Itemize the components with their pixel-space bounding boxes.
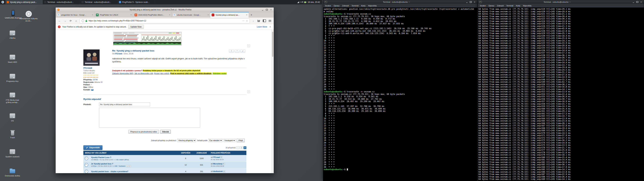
tab-close-icon[interactable]: × — [208, 14, 209, 16]
applications-menu-button[interactable] — [0, 0, 5, 4]
terminal-menu-item[interactable]: Nápověda — [523, 5, 531, 7]
signature-link[interactable]: Proč je nesmysl chtít router s velkým do… — [170, 72, 212, 74]
lastpost-author-link[interactable]: Microsheep — [213, 163, 222, 165]
lastpost-author-link[interactable]: desikosicek — [213, 170, 223, 172]
goto-lastpost-icon[interactable] — [223, 163, 225, 165]
reload-button[interactable]: ⟳ — [68, 19, 72, 23]
goto-lastpost-icon[interactable] — [224, 170, 226, 172]
learn-more-link[interactable]: Learn More — [257, 26, 267, 28]
url-bar[interactable]: i https://pc.help.cnews.cz/viewtopic.php… — [80, 18, 250, 23]
menu-hamburger-icon[interactable] — [268, 19, 272, 23]
tab-close-icon[interactable]: × — [130, 14, 132, 16]
signature-link[interactable]: Jak na diagnostiku sítě — [134, 72, 153, 74]
url-text[interactable]: https://pc.help.cnews.cz/viewtopic.php?f… — [88, 20, 241, 22]
desktop-icon[interactable]: OS — [2, 112, 22, 122]
close-icon[interactable]: × — [474, 1, 476, 3]
browser-tab[interactable]: PPingPlotter for LINUX× — [94, 12, 133, 18]
terminal-menu-item[interactable]: Nápověda — [368, 5, 376, 7]
post-author-link[interactable]: ITCrowd — [115, 52, 122, 55]
new-tab-button[interactable]: + — [249, 12, 254, 18]
browser-tab[interactable]: cVysoký ping a občasný pa...× — [210, 12, 249, 18]
browser-tab[interactable]: Gpingplotter for linux - Googl...× — [56, 12, 94, 18]
terminal-menu-item[interactable]: Zobrazit — [497, 5, 504, 7]
terminal1-output[interactable]: update-alternatives: používá /usr/sbin/t… — [323, 8, 477, 181]
maximize-icon[interactable] — [470, 1, 472, 3]
related-topic-row[interactable]: Je Vysoký packet loss ?od Eryx » 02 úno … — [83, 162, 246, 168]
taskbar-window-button[interactable]: Terminal - xubuntu@xubunt... — [80, 0, 118, 4]
desktop-icon[interactable]: Systém souborů — [2, 148, 22, 158]
topic-author-link[interactable]: Eryx — [93, 165, 96, 167]
back-button[interactable]: ← — [58, 19, 62, 23]
terminal2-titlebar[interactable]: Terminal - xubuntu@xubuntu: ~ × — [478, 0, 644, 4]
tab-close-icon[interactable]: × — [92, 14, 93, 16]
pagination-prev[interactable]: ‹ — [236, 146, 239, 149]
desktop-icon[interactable]: Záloha — [2, 30, 22, 40]
desktop-icon[interactable]: Trash — [2, 130, 22, 139]
post-tool-button[interactable]: ! — [229, 50, 234, 52]
topic-forum-link[interactable]: Sítě - hardware — [114, 165, 126, 167]
private-message-icon[interactable] — [91, 89, 94, 91]
related-topic-row[interactable]: Vysoký packet loss - chyba u providera?4… — [83, 168, 246, 173]
posts-count-link[interactable]: 15745 — [93, 78, 98, 80]
terminal-menu-item[interactable]: Terminál — [352, 5, 358, 7]
topic-link[interactable]: Je Vysoký packet loss ? — [91, 163, 113, 165]
terminal-menu-item[interactable]: Úpravy — [488, 5, 494, 7]
taskbar-window-button[interactable]: Vysoký ping a občasný pack... — [5, 0, 43, 4]
terminal-menu-item[interactable]: Karty — [361, 5, 366, 7]
close-icon[interactable]: × — [270, 8, 272, 11]
minimize-icon[interactable] — [632, 1, 634, 3]
topic-page-chip[interactable]: 1 — [126, 165, 128, 167]
notification-close-icon[interactable]: × — [269, 26, 272, 28]
library-icon[interactable] — [257, 19, 261, 23]
sort-field-select[interactable]: Čas odeslání — [208, 139, 222, 142]
scrollbar-thumb[interactable] — [272, 32, 273, 57]
submit-button[interactable]: Odeslat — [160, 130, 171, 134]
desktop-icon[interactable]: Domovská složka — [2, 168, 22, 177]
page-actions-icon[interactable]: ⋯ — [242, 20, 244, 22]
topic-link[interactable]: Vysoký Packet Loss ? — [91, 156, 111, 158]
post-title[interactable]: Re: Vysoký ping a občasný packet loss — [112, 50, 246, 52]
downloads-icon[interactable]: ↓ — [251, 19, 255, 23]
topic-link[interactable]: Vysoký packet loss - chyba u providera? — [91, 170, 128, 172]
avatar[interactable] — [83, 50, 100, 66]
pingplotter-graph-image[interactable] — [113, 32, 182, 46]
terminal2-output[interactable]: 64 bytes from www.seznam.cz (77.75.79.53… — [478, 8, 644, 181]
terminal-menu-item[interactable]: Úpravy — [334, 5, 340, 7]
battery-icon[interactable] — [304, 1, 306, 3]
subject-input[interactable] — [99, 102, 150, 106]
terminal-menu-item[interactable]: Karty — [516, 5, 520, 7]
browser-tab[interactable]: Gubuntu traceroute - Googl...× — [172, 12, 210, 18]
site-info-icon[interactable]: i — [82, 20, 84, 22]
reply-textarea[interactable] — [99, 108, 200, 128]
maximize-icon[interactable] — [636, 1, 638, 3]
topic-forum-link[interactable]: Vše ostatní (dříve) — [116, 159, 129, 160]
network-icon[interactable] — [297, 1, 299, 3]
pagination-page[interactable]: 2 — [244, 146, 246, 149]
maximize-icon[interactable] — [266, 8, 268, 11]
back-to-top-icon[interactable]: ↑ — [247, 44, 250, 47]
tab-close-icon[interactable]: × — [246, 14, 247, 16]
pagination-page[interactable]: 1 — [240, 146, 243, 149]
minimize-icon[interactable] — [262, 8, 264, 11]
terminal-menu-item[interactable]: Zobrazit — [342, 5, 349, 7]
go-button[interactable]: Přejít — [237, 138, 245, 142]
minimize-icon[interactable] — [466, 1, 468, 3]
terminal-menu-item[interactable]: Soubor — [325, 5, 331, 7]
sidebar-icon[interactable] — [262, 19, 266, 23]
browser-scrollbar[interactable] — [272, 30, 274, 173]
related-topic-row[interactable]: Vysoký Packet Loss ?od mikoss » 01 srp 2… — [83, 155, 246, 162]
window-titlebar[interactable]: Vysoký ping a občasný packet loss - pora… — [56, 8, 274, 12]
terminal-menu-item[interactable]: Terminál — [506, 5, 513, 7]
tab-close-icon[interactable]: × — [169, 14, 170, 16]
browser-tab[interactable]: U[SOLVED] PingPlotter Altern...× — [133, 12, 172, 18]
lastpost-author-link[interactable]: ITCrowd — [213, 156, 220, 158]
signature-link[interactable]: Základní diagnostika WiFi — [112, 72, 133, 74]
poster-username[interactable]: ITCrowd — [83, 67, 111, 69]
desktop-icon[interactable]: Stará HDD — [2, 54, 22, 64]
terminal-menu-item[interactable]: Soubor — [480, 5, 486, 7]
bookmark-star-icon[interactable]: ☆ — [246, 20, 248, 22]
sort-direction-select[interactable]: Vzestupně — [224, 139, 236, 142]
desktop-icon[interactable]: Programy+hry — [2, 73, 22, 82]
volume-icon[interactable] — [301, 1, 303, 3]
desktop-icon[interactable]: Nainstalovat Xubuntu 16.04... — [18, 10, 38, 22]
